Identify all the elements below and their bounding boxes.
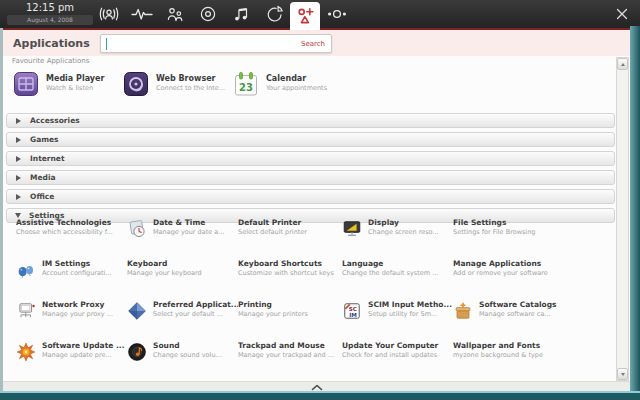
search-input[interactable] — [106, 38, 301, 50]
media-player-icon — [13, 71, 39, 97]
settings-item-software-catalogs[interactable]: Software Catalogs Manage software ca... — [453, 300, 613, 341]
category-office[interactable]: Office — [6, 189, 615, 204]
waveform-icon — [131, 6, 153, 22]
settings-item-keyboard[interactable]: Keyboard Manage your keyboard — [127, 259, 238, 300]
people-icon — [165, 6, 185, 22]
close-x-icon — [616, 8, 628, 20]
applications-panel: Favourite Applications Media Player Watc… — [0, 56, 640, 382]
tab-internet[interactable] — [191, 0, 224, 28]
chevron-right-icon — [16, 156, 21, 162]
scroll-up-button[interactable] — [617, 58, 628, 70]
favourite-subtitle: Watch & listen — [46, 84, 104, 93]
search-box[interactable]: Search — [100, 34, 332, 53]
starburst-icon — [16, 342, 36, 362]
favourite-media-player[interactable]: Media Player Watch & listen — [13, 71, 123, 97]
favourites-row: Media Player Watch & listen Web Browser … — [13, 71, 343, 97]
favourite-subtitle: Connect to the Inte... — [156, 84, 225, 93]
close-button[interactable] — [616, 8, 628, 20]
chevron-right-icon — [16, 118, 21, 124]
favourite-title: Web Browser — [156, 74, 225, 84]
speaker-icon — [127, 342, 147, 362]
search-button[interactable]: Search — [301, 40, 325, 48]
page-title: Applications — [13, 37, 90, 50]
category-label: Accessories — [30, 116, 80, 125]
scroll-down-button[interactable] — [617, 368, 628, 380]
clock-date: August 4, 2008 — [7, 15, 93, 25]
category-games[interactable]: Games — [6, 132, 615, 147]
category-label: Media — [30, 173, 56, 182]
applications-header: Applications Search — [0, 28, 640, 56]
category-internet[interactable]: Internet — [6, 151, 615, 166]
concentric-circles-icon — [199, 5, 217, 23]
screen: SC IM — [0, 0, 640, 400]
settings-item-date-time[interactable]: Date & Time Manage your date a... — [127, 218, 238, 259]
category-accessories[interactable]: Accessories — [6, 113, 615, 128]
scim-icon — [342, 301, 362, 321]
frame-border-bottom — [0, 391, 640, 400]
favourites-label: Favourite Applications — [12, 57, 89, 65]
settings-item-scim-input-method[interactable]: SCIM Input Metho... Setup utility for Sm… — [342, 300, 453, 341]
category-label: Games — [30, 135, 59, 144]
settings-item-update-your-computer[interactable]: Update Your Computer Check for and insta… — [342, 341, 453, 382]
calendar-icon — [233, 71, 259, 97]
package-box-icon — [453, 301, 473, 321]
chevron-right-icon — [16, 194, 21, 200]
clock[interactable]: 12:15 pm August 4, 2008 — [7, 2, 93, 26]
clock-time: 12:15 pm — [7, 2, 93, 14]
category-media[interactable]: Media — [6, 170, 615, 185]
settings-item-manage-applications[interactable]: Manage Applications Add or remove your s… — [453, 259, 613, 300]
settings-item-trackpad-and-mouse[interactable]: Trackpad and Mouse Manage your trackpad … — [238, 341, 342, 382]
settings-item-keyboard-shortcuts[interactable]: Keyboard Shortcuts Customize with shortc… — [238, 259, 342, 300]
frame-border-left — [0, 28, 3, 400]
monitor-icon — [342, 219, 362, 239]
tab-applications[interactable] — [290, 2, 320, 30]
chevron-right-icon — [16, 175, 21, 181]
settings-item-preferred-applications[interactable]: Preferred Applicat... Select your defaul… — [127, 300, 238, 341]
balloons-icon — [16, 260, 36, 280]
zones-icon — [326, 6, 348, 22]
scrollbar[interactable] — [616, 57, 629, 381]
settings-item-printing[interactable]: Printing Manage your printers — [238, 300, 342, 341]
settings-item-language[interactable]: Language Change the default system ... — [342, 259, 453, 300]
tab-status[interactable] — [125, 0, 158, 28]
panel-tabs — [92, 0, 353, 30]
favourite-subtitle: Your appointments — [266, 84, 327, 93]
tab-people[interactable] — [158, 0, 191, 28]
settings-item-sound[interactable]: Sound Change sound volu... — [127, 341, 238, 382]
category-label: Office — [30, 192, 54, 201]
clock-icon — [127, 219, 147, 239]
tab-media[interactable] — [224, 0, 257, 28]
settings-item-im-settings[interactable]: IM Settings Account configurati... — [16, 259, 127, 300]
broadcast-person-icon — [98, 6, 120, 22]
favourite-title: Media Player — [46, 74, 104, 84]
pie-slice-icon — [264, 5, 284, 23]
chevron-right-icon — [16, 137, 21, 143]
favourite-title: Calendar — [266, 74, 327, 84]
settings-item-file-settings[interactable]: File Settings Settings for File Browsing — [453, 218, 613, 259]
tab-zones[interactable] — [320, 0, 353, 28]
settings-grid: Assistive Technologies Choose which acce… — [16, 218, 613, 382]
category-list: Accessories Games Internet Media Office … — [6, 113, 615, 227]
web-browser-icon — [123, 71, 149, 97]
top-panel: 12:15 pm August 4, 2008 — [0, 0, 640, 28]
frame-border-right — [630, 26, 640, 400]
category-label: Internet — [30, 154, 65, 163]
favourite-web-browser[interactable]: Web Browser Connect to the Inte... — [123, 71, 233, 97]
tab-myzone[interactable] — [92, 0, 125, 28]
arrow-down-icon — [621, 373, 625, 376]
settings-item-display[interactable]: Display Change screen reso... — [342, 218, 453, 259]
chevron-up-icon — [311, 384, 323, 391]
network-computer-icon — [16, 301, 36, 321]
settings-item-software-update[interactable]: Software Update ... Manage update pre... — [16, 341, 127, 382]
arrow-up-icon — [621, 63, 625, 66]
music-notes-icon — [231, 6, 251, 22]
settings-item-default-printer[interactable]: Default Printer Select default printer — [238, 218, 342, 259]
tab-pasteboard[interactable] — [257, 0, 290, 28]
favourite-calendar[interactable]: Calendar Your appointments — [233, 71, 343, 97]
shapes-plus-icon — [296, 7, 315, 25]
settings-item-assistive-technologies[interactable]: Assistive Technologies Choose which acce… — [16, 218, 127, 259]
settings-item-network-proxy[interactable]: Network Proxy Manage your proxy ... — [16, 300, 127, 341]
settings-item-wallpaper-and-fonts[interactable]: Wallpaper and Fonts myzone background & … — [453, 341, 613, 382]
diamond-icon — [127, 301, 147, 321]
